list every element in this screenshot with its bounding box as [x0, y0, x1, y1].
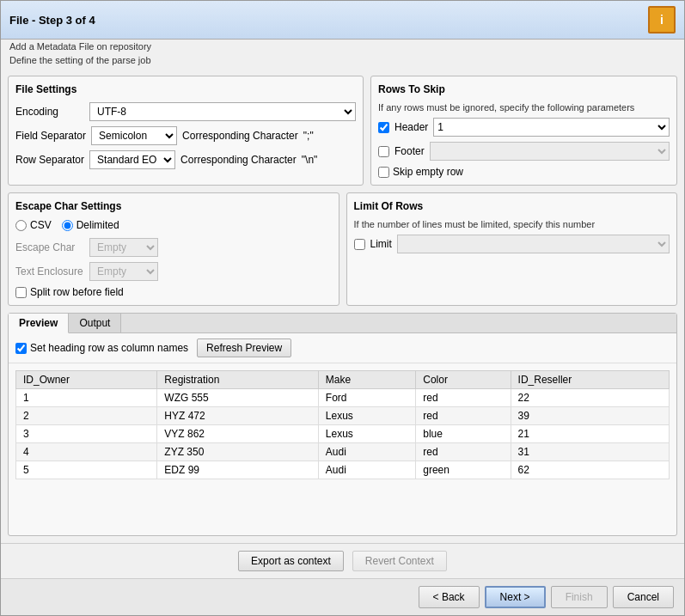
subtitle2: Define the setting of the parse job: [1, 55, 684, 69]
context-buttons: Export as context Revert Context: [1, 543, 684, 578]
row-corr-value: "\n": [302, 154, 318, 166]
table-cell: red: [416, 407, 511, 425]
skip-empty-row: Skip empty row: [378, 166, 670, 178]
header-row: Header 1: [378, 118, 670, 137]
escape-char-row: Escape Char Empty: [15, 238, 332, 257]
tab-bar: Preview Output: [9, 314, 676, 333]
limit-rows-desc: If the number of lines must be limited, …: [354, 219, 670, 229]
table-row: 3VYZ 862Lexusblue21: [16, 425, 670, 443]
footer-row: Footer: [378, 142, 670, 161]
next-button[interactable]: Next >: [485, 586, 546, 608]
table-cell: red: [416, 443, 511, 461]
escape-char-title: Escape Char Settings: [15, 200, 332, 212]
tab-preview[interactable]: Preview: [9, 314, 69, 333]
footer-checkbox[interactable]: [378, 146, 389, 157]
table-cell: 39: [511, 407, 669, 425]
escape-char-label: Escape Char: [15, 241, 84, 253]
tab-output[interactable]: Output: [69, 314, 121, 332]
limit-row: Limit: [354, 235, 670, 253]
limit-value-select[interactable]: [397, 235, 670, 253]
table-header-cell: Registration: [157, 371, 318, 389]
file-settings-title: File Settings: [15, 83, 356, 95]
table-header-cell: ID_Owner: [16, 371, 157, 389]
text-enclosure-row: Text Enclosure Empty: [15, 262, 332, 281]
skip-empty-checkbox[interactable]: [378, 167, 389, 178]
table-cell: 22: [511, 389, 669, 407]
table-row: 4ZYZ 350Audired31: [16, 443, 670, 461]
escape-char-select[interactable]: Empty: [89, 238, 158, 257]
refresh-preview-button[interactable]: Refresh Preview: [197, 338, 291, 357]
window-title: File - Step 3 of 4: [9, 14, 95, 27]
table-row: 1WZG 555Fordred22: [16, 389, 670, 407]
encoding-label: Encoding: [15, 106, 84, 118]
finish-button[interactable]: Finish: [551, 586, 608, 608]
table-cell: 21: [511, 425, 669, 443]
table-cell: 62: [511, 461, 669, 479]
table-cell: blue: [416, 425, 511, 443]
delimited-radio[interactable]: [62, 220, 73, 231]
table-row: 5EDZ 99Audigreen62: [16, 461, 670, 479]
footer-nav: < Back Next > Finish Cancel: [1, 578, 684, 615]
limit-checkbox[interactable]: [354, 239, 365, 250]
limit-rows-panel: Limit Of Rows If the number of lines mus…: [346, 192, 678, 306]
field-corr-value: ";": [303, 130, 314, 142]
content-area: File Settings Encoding UTF-8 Field Separ…: [1, 69, 684, 543]
split-row-checkbox[interactable]: [15, 287, 27, 298]
header-checkbox[interactable]: [378, 122, 389, 133]
table-cell: Lexus: [318, 425, 415, 443]
delimited-label: Delimited: [76, 219, 119, 231]
encoding-select[interactable]: UTF-8: [89, 102, 356, 121]
table-cell: Ford: [318, 389, 415, 407]
table-cell: 5: [16, 461, 157, 479]
rows-to-skip-desc: If any rows must be ignored, specify the…: [378, 102, 670, 113]
table-cell: Audi: [318, 443, 415, 461]
subtitle1: Add a Metadata File on repository: [1, 40, 684, 55]
bottom-panels: Escape Char Settings CSV Delimited Escap…: [8, 192, 677, 306]
preview-toolbar: Set heading row as column names Refresh …: [9, 333, 676, 363]
field-corr-label: Corresponding Character: [182, 130, 298, 142]
preview-table: ID_OwnerRegistrationMakeColorID_Reseller…: [15, 370, 670, 479]
cancel-button[interactable]: Cancel: [613, 586, 674, 608]
title-bar: File - Step 3 of 4 i: [1, 1, 684, 40]
split-row-row: Split row before field: [15, 286, 332, 298]
table-cell: green: [416, 461, 511, 479]
table-header-cell: ID_Reseller: [511, 371, 669, 389]
csv-label: CSV: [30, 219, 52, 231]
heading-checkbox[interactable]: [15, 343, 27, 354]
export-context-button[interactable]: Export as context: [238, 551, 344, 571]
rows-to-skip-panel: Rows To Skip If any rows must be ignored…: [370, 76, 677, 186]
table-cell: 3: [16, 425, 157, 443]
table-cell: HYZ 472: [157, 407, 318, 425]
row-separator-select[interactable]: Standard EOL: [89, 150, 175, 169]
escape-char-panel: Escape Char Settings CSV Delimited Escap…: [8, 192, 339, 306]
table-cell: red: [416, 389, 511, 407]
table-cell: WZG 555: [157, 389, 318, 407]
revert-context-button[interactable]: Revert Context: [352, 551, 447, 571]
heading-label: Set heading row as column names: [30, 342, 188, 354]
table-header: ID_OwnerRegistrationMakeColorID_Reseller: [16, 371, 670, 389]
footer-value-select[interactable]: [430, 142, 670, 161]
file-icon: i: [648, 6, 676, 34]
rows-to-skip-title: Rows To Skip: [378, 83, 670, 95]
delimited-radio-label[interactable]: Delimited: [62, 219, 119, 231]
back-button[interactable]: < Back: [419, 586, 480, 608]
table-cell: ZYZ 350: [157, 443, 318, 461]
table-cell: 4: [16, 443, 157, 461]
table-header-cell: Make: [318, 371, 415, 389]
top-panels: File Settings Encoding UTF-8 Field Separ…: [8, 76, 677, 186]
footer-label: Footer: [394, 145, 425, 157]
limit-label: Limit: [370, 238, 392, 250]
main-window: File - Step 3 of 4 i Add a Metadata File…: [0, 0, 685, 616]
text-enclosure-select[interactable]: Empty: [89, 262, 158, 281]
field-separator-row: Field Separator Semicolon Corresponding …: [15, 126, 356, 145]
table-container: ID_OwnerRegistrationMakeColorID_Reseller…: [9, 363, 676, 486]
row-corr-label: Corresponding Character: [180, 154, 297, 166]
csv-radio-label[interactable]: CSV: [15, 219, 52, 231]
field-separator-select[interactable]: Semicolon: [91, 126, 177, 145]
heading-checkbox-label[interactable]: Set heading row as column names: [15, 342, 188, 354]
csv-radio[interactable]: [15, 220, 27, 231]
text-enclosure-label: Text Enclosure: [15, 265, 84, 278]
header-value-select[interactable]: 1: [433, 118, 670, 137]
table-cell: 1: [16, 389, 157, 407]
table-cell: Audi: [318, 461, 415, 479]
